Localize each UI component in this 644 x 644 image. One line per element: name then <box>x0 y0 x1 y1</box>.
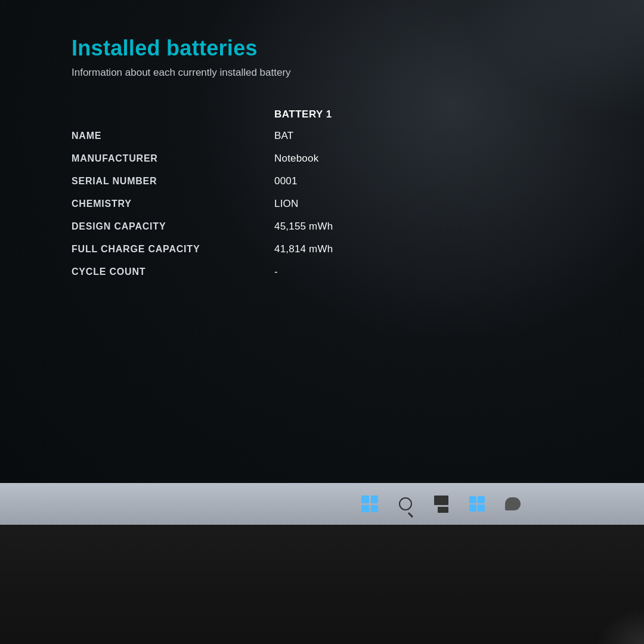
screen-area: Installed batteries Information about ea… <box>0 0 644 525</box>
taskview-shape <box>434 496 448 513</box>
battery-row-manufacturer: MANUFACTURER Notebook <box>72 153 489 165</box>
tv-rect-1 <box>434 496 448 505</box>
widgets-grid <box>469 496 485 512</box>
label-full-charge: FULL CHARGE CAPACITY <box>72 244 274 255</box>
battery-column-header: BATTERY 1 <box>274 109 332 120</box>
label-name: NAME <box>72 131 274 141</box>
bottom-bezel <box>0 525 644 644</box>
search-circle-icon <box>399 497 412 510</box>
w-sq-4 <box>478 504 485 512</box>
battery-row-serial: SERIAL NUMBER 0001 <box>72 175 489 187</box>
chat-bubble-shape <box>505 497 521 510</box>
battery-row-full-charge: FULL CHARGE CAPACITY 41,814 mWh <box>72 243 489 255</box>
label-design-capacity: DESIGN CAPACITY <box>72 221 274 232</box>
taskbar-icons <box>359 493 524 515</box>
win-sq-1 <box>361 496 369 503</box>
value-name: BAT <box>274 130 489 142</box>
battery-header-row: BATTERY 1 <box>72 109 489 120</box>
battery-row-cycle-count: CYCLE COUNT - <box>72 266 489 278</box>
w-sq-3 <box>469 504 476 512</box>
search-icon[interactable] <box>395 493 416 515</box>
battery-row-chemistry: CHEMISTRY LION <box>72 198 489 210</box>
w-sq-1 <box>469 496 476 503</box>
value-manufacturer: Notebook <box>274 153 489 165</box>
taskbar <box>0 483 644 525</box>
page-title: Installed batteries <box>72 36 596 61</box>
w-sq-2 <box>478 496 485 503</box>
label-cycle-count: CYCLE COUNT <box>72 267 274 277</box>
battery-header-value-col: BATTERY 1 <box>274 109 489 120</box>
win-sq-2 <box>371 496 379 503</box>
battery-row-design-capacity: DESIGN CAPACITY 45,155 mWh <box>72 221 489 233</box>
windows-start-icon[interactable] <box>359 493 380 515</box>
label-manufacturer: MANUFACTURER <box>72 153 274 164</box>
task-view-icon[interactable] <box>431 493 452 515</box>
tv-rect-2 <box>438 507 448 513</box>
label-serial: SERIAL NUMBER <box>72 176 274 187</box>
value-cycle-count: - <box>274 266 489 278</box>
battery-table: BATTERY 1 NAME BAT MANUFACTURER Notebook… <box>72 109 489 278</box>
widgets-icon[interactable] <box>466 493 488 515</box>
page-subtitle: Information about each currently install… <box>72 67 596 79</box>
win-sq-3 <box>361 505 369 513</box>
chat-icon[interactable] <box>502 493 524 515</box>
battery-header-label-col <box>72 109 274 120</box>
value-chemistry: LION <box>274 198 489 210</box>
win-sq-4 <box>371 505 379 513</box>
value-design-capacity: 45,155 mWh <box>274 221 489 233</box>
battery-row-name: NAME BAT <box>72 130 489 142</box>
label-chemistry: CHEMISTRY <box>72 199 274 209</box>
value-full-charge: 41,814 mWh <box>274 243 489 255</box>
outer-frame: Installed batteries Information about ea… <box>0 0 644 644</box>
content-area: Installed batteries Information about ea… <box>0 0 644 483</box>
value-serial: 0001 <box>274 175 489 187</box>
